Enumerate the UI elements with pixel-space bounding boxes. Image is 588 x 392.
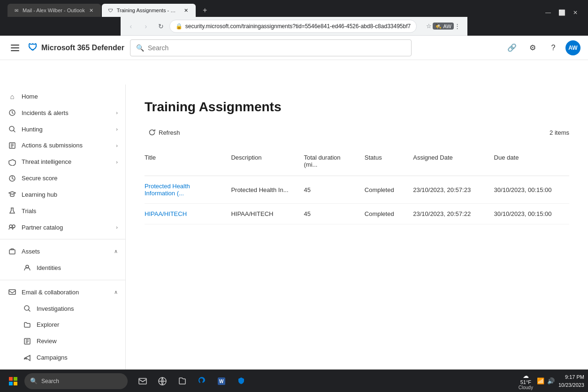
svg-rect-14: [9, 377, 13, 381]
sidebar-item-threat[interactable]: Threat intelligence ›: [0, 154, 125, 170]
taskbar: 🔍 Search W ☁ 51°F Cloudy 📶 🔊: [0, 369, 588, 392]
sidebar-item-hunting[interactable]: Hunting ›: [0, 121, 125, 138]
sidebar-item-review[interactable]: Review: [0, 333, 125, 349]
data-table: Title Description Total duration (mi... …: [145, 150, 569, 224]
sidebar-item-learning[interactable]: Learning hub: [0, 186, 125, 203]
taskbar-search-bar[interactable]: 🔍 Search: [24, 373, 128, 389]
identities-icon: [23, 263, 32, 273]
svg-rect-1: [11, 47, 19, 48]
main-layout: ⌂ Home Incidents & alerts › Hunting › Ac…: [0, 85, 588, 369]
sidebar-item-hunting-label: Hunting: [22, 126, 111, 133]
search-input[interactable]: [148, 44, 405, 52]
taskbar-browser-app[interactable]: [153, 372, 172, 391]
defender-icon: 🛡: [28, 42, 38, 53]
col-header-title[interactable]: Title: [145, 150, 225, 172]
taskbar-files-app[interactable]: [173, 372, 191, 391]
extensions-button[interactable]: ⋮: [451, 20, 464, 33]
table-row: Protected Health Information (... Protec…: [145, 176, 569, 204]
hunting-icon: [8, 124, 17, 134]
svg-point-7: [9, 225, 12, 228]
sidebar-item-score-label: Secure score: [22, 175, 118, 182]
top-bar-actions: 🔗 ⚙ ? AW: [504, 39, 580, 56]
start-button[interactable]: [4, 372, 23, 391]
row2-duration: 45: [298, 204, 359, 224]
sidebar-item-explorer-label: Explorer: [37, 321, 118, 328]
tab-mail-close[interactable]: ✕: [88, 7, 95, 14]
row2-title[interactable]: HIPAA/HITECH: [145, 204, 225, 224]
sidebar-item-assets-label: Assets: [22, 248, 109, 255]
threat-chevron-icon: ›: [116, 159, 118, 165]
wifi-icon: 📶: [537, 377, 544, 384]
sidebar-item-identities[interactable]: Identities: [0, 260, 125, 276]
tab-defender-close[interactable]: ✕: [183, 7, 190, 14]
address-bar[interactable]: 🔒 security.microsoft.com/trainingassignm…: [169, 20, 417, 33]
volume-icon: 🔊: [547, 377, 555, 384]
refresh-icon: [148, 129, 156, 136]
svg-rect-18: [139, 378, 146, 384]
sidebar-item-partner-label: Partner catalog: [22, 224, 111, 231]
row2-assigned: 23/10/2023, 20:57:22: [407, 204, 488, 224]
taskbar-word-app[interactable]: W: [212, 372, 231, 391]
table-row: HIPAA/HITECH HIPAA/HITECH 45 Completed 2…: [145, 204, 569, 224]
sidebar-item-investigations[interactable]: Investigations: [0, 300, 125, 317]
sidebar-item-review-label: Review: [37, 338, 118, 345]
user-avatar[interactable]: AW: [565, 40, 580, 55]
col-header-description[interactable]: Description: [225, 150, 298, 172]
partner-icon: [8, 223, 17, 232]
sidebar-item-score[interactable]: Secure score: [0, 170, 125, 186]
sidebar-item-campaigns-label: Campaigns: [37, 354, 118, 361]
forward-button[interactable]: ›: [139, 20, 153, 33]
share-button[interactable]: 🔗: [504, 39, 520, 56]
back-button[interactable]: ‹: [124, 20, 137, 33]
sidebar-item-explorer[interactable]: Explorer: [0, 317, 125, 333]
sidebar-item-learning-label: Learning hub: [22, 191, 118, 198]
actions-icon: [8, 141, 17, 150]
sidebar-item-assets[interactable]: Assets ∧: [0, 243, 125, 260]
explorer-icon: [23, 320, 32, 330]
row2-due: 30/10/2023, 00:15:00: [489, 204, 569, 224]
top-bar: 🛡 Microsoft 365 Defender 🔍 🔗 ⚙ ? AW: [0, 36, 588, 60]
sidebar-item-actions[interactable]: Actions & submissions ›: [0, 137, 125, 154]
svg-rect-17: [14, 382, 17, 385]
new-tab-button[interactable]: +: [199, 4, 212, 17]
col-header-status[interactable]: Status: [359, 150, 407, 172]
tab-mail[interactable]: ✉ Mail - Alex Wilber - Outlook ✕: [8, 4, 101, 17]
main-content: Training Assignments Refresh 2 items Tit…: [126, 85, 588, 369]
app-title: Microsoft 365 Defender: [41, 44, 124, 52]
browser-actions: ☆ 🕵 AW ⋮: [422, 20, 464, 33]
sidebar-item-home-label: Home: [22, 93, 118, 100]
help-button[interactable]: ?: [545, 39, 562, 56]
sidebar-item-incidents[interactable]: Incidents & alerts ›: [0, 105, 125, 121]
col-header-assigned[interactable]: Assigned Date: [407, 150, 488, 172]
row1-duration: 45: [298, 180, 359, 200]
col-header-duration[interactable]: Total duration (mi...: [298, 150, 359, 172]
taskbar-clock[interactable]: 9:17 PM 10/23/2023: [558, 373, 584, 389]
sidebar-item-trials[interactable]: Trials: [0, 203, 125, 219]
profile-button[interactable]: 🕵 AW: [436, 20, 450, 33]
taskbar-edge-app[interactable]: [192, 372, 211, 391]
hamburger-menu-button[interactable]: [8, 40, 23, 55]
taskbar-defender-app[interactable]: [232, 372, 251, 391]
row2-status: Completed: [359, 204, 407, 224]
svg-rect-0: [11, 45, 19, 46]
sidebar-item-partner[interactable]: Partner catalog ›: [0, 219, 125, 236]
sidebar-item-investigations-label: Investigations: [37, 305, 118, 312]
row1-title[interactable]: Protected Health Information (...: [145, 176, 225, 203]
tab-defender[interactable]: 🛡 Training Assignments - Microso... ✕: [102, 4, 196, 17]
search-bar[interactable]: 🔍: [130, 39, 412, 56]
col-header-due[interactable]: Due date: [489, 150, 569, 172]
sidebar-item-campaigns[interactable]: Campaigns: [0, 349, 125, 366]
refresh-button[interactable]: Refresh: [145, 126, 184, 139]
actions-chevron-icon: ›: [116, 143, 118, 148]
search-icon: 🔍: [136, 44, 144, 52]
review-icon: [23, 337, 32, 346]
tab-mail-title: Mail - Alex Wilber - Outlook: [23, 8, 85, 13]
taskbar-mail-app[interactable]: [133, 372, 152, 391]
sidebar-item-email[interactable]: Email & collaboration ∧: [0, 284, 125, 300]
svg-point-8: [12, 225, 15, 228]
settings-button[interactable]: ⚙: [524, 39, 541, 56]
app-logo: 🛡 Microsoft 365 Defender: [28, 42, 124, 53]
taskbar-weather[interactable]: ☁ 51°F Cloudy: [519, 372, 533, 390]
sidebar-item-home[interactable]: ⌂ Home: [0, 88, 125, 105]
reload-button[interactable]: ↻: [154, 20, 168, 33]
